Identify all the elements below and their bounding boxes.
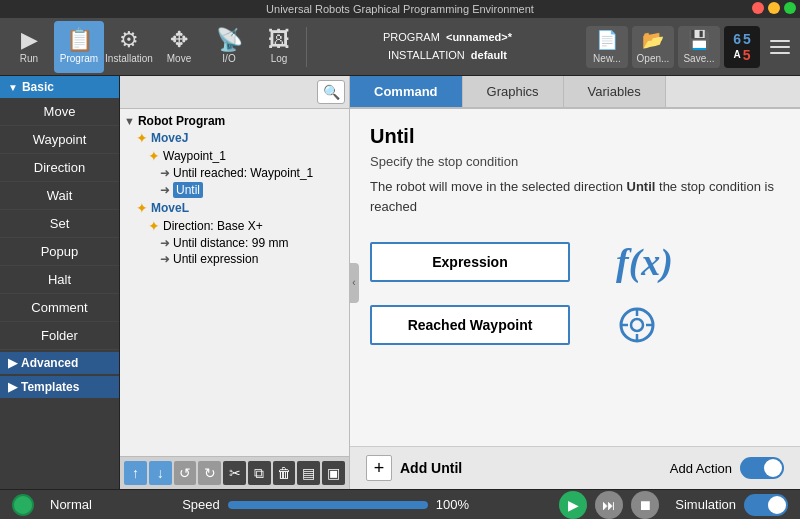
move-label: Move xyxy=(167,53,191,64)
tree-undo-button[interactable]: ↺ xyxy=(174,461,197,485)
move-icon: ✥ xyxy=(170,29,188,51)
tree-redo-button[interactable]: ↻ xyxy=(198,461,221,485)
speed-bar[interactable] xyxy=(228,501,428,509)
sidebar-basic-header[interactable]: ▼ Basic xyxy=(0,76,119,98)
toolbar-installation[interactable]: ⚙ Installation xyxy=(104,21,154,73)
program-info: PROGRAM <unnamed>* INSTALLATION default xyxy=(309,29,586,64)
window-controls[interactable] xyxy=(752,2,796,14)
sidebar-item-waypoint[interactable]: Waypoint xyxy=(0,126,119,154)
tree-waypoint[interactable]: ✦ Waypoint_1 xyxy=(124,147,345,165)
window-title: Universal Robots Graphical Programming E… xyxy=(266,3,534,15)
sidebar-item-folder[interactable]: Folder xyxy=(0,322,119,350)
save-button[interactable]: 💾 Save... xyxy=(678,26,720,68)
play-icon: ▶ xyxy=(568,497,579,513)
search-icon: 🔍 xyxy=(323,84,340,100)
tree-until-active[interactable]: ➜ Until xyxy=(124,181,345,199)
playback-controls: ▶ ⏭ ⏹ xyxy=(559,491,659,519)
sidebar-folder-label: Folder xyxy=(41,328,78,343)
open-icon: 📂 xyxy=(642,29,664,51)
toolbar-run[interactable]: ▶ Run xyxy=(4,21,54,73)
open-button[interactable]: 📂 Open... xyxy=(632,26,674,68)
tree-indent-button[interactable]: ▤ xyxy=(297,461,320,485)
basic-arrow-icon: ▼ xyxy=(8,82,18,93)
new-button[interactable]: 📄 New... xyxy=(586,26,628,68)
tree-suppress-button[interactable]: ▣ xyxy=(322,461,345,485)
sidebar-item-halt[interactable]: Halt xyxy=(0,266,119,294)
simulation-toggle[interactable] xyxy=(744,494,788,516)
basic-header-label: Basic xyxy=(22,80,54,94)
program-icon: 📋 xyxy=(66,29,93,51)
tree-until-expr-label: Until expression xyxy=(173,252,258,266)
waypoint-icon: ✦ xyxy=(148,148,160,164)
waypoint-button[interactable]: Reached Waypoint xyxy=(370,305,570,345)
sidebar-item-wait[interactable]: Wait xyxy=(0,182,119,210)
content-footer: + Add Until Add Action xyxy=(350,446,800,489)
tab-command[interactable]: Command xyxy=(350,76,463,107)
movej-icon: ✦ xyxy=(136,130,148,146)
tree-waypoint-label: Waypoint_1 xyxy=(163,149,226,163)
maximize-btn[interactable] xyxy=(784,2,796,14)
toolbar-io[interactable]: 📡 I/O xyxy=(204,21,254,73)
speed-fill xyxy=(228,501,428,509)
new-icon: 📄 xyxy=(596,29,618,51)
tree-movej[interactable]: ✦ MoveJ xyxy=(124,129,345,147)
sidebar-advanced-header[interactable]: ▶ Advanced xyxy=(0,352,119,374)
toolbar-log[interactable]: 🖼 Log xyxy=(254,21,304,73)
speed-label: Speed xyxy=(182,497,220,512)
menu-button[interactable] xyxy=(764,26,796,68)
toolbar-move[interactable]: ✥ Move xyxy=(154,21,204,73)
sidebar-item-set[interactable]: Set xyxy=(0,210,119,238)
step-icon: ⏭ xyxy=(602,497,616,513)
add-action-label: Add Action xyxy=(670,461,732,476)
expression-button[interactable]: Expression xyxy=(370,242,570,282)
tree-down-button[interactable]: ↓ xyxy=(149,461,172,485)
tree-until-reached[interactable]: ➜ Until reached: Waypoint_1 xyxy=(124,165,345,181)
installation-label: Installation xyxy=(105,53,153,64)
tree-root[interactable]: ▼ Robot Program xyxy=(124,113,345,129)
movel-icon: ✦ xyxy=(136,200,148,216)
search-button[interactable]: 🔍 xyxy=(317,80,345,104)
tab-variables[interactable]: Variables xyxy=(564,76,666,107)
tab-command-label: Command xyxy=(374,84,438,99)
tree-up-button[interactable]: ↑ xyxy=(124,461,147,485)
gear-target-icon xyxy=(616,304,658,346)
until-active-arrow-icon: ➜ xyxy=(160,183,170,197)
tree-cut-button[interactable]: ✂ xyxy=(223,461,246,485)
add-action-toggle[interactable] xyxy=(740,457,784,479)
sidebar-templates-header[interactable]: ▶ Templates xyxy=(0,376,119,398)
tree-direction[interactable]: ✦ Direction: Base X+ xyxy=(124,217,345,235)
counter-top: 6 xyxy=(733,31,741,47)
sidebar-item-comment[interactable]: Comment xyxy=(0,294,119,322)
tree-until-dist[interactable]: ➜ Until distance: 99 mm xyxy=(124,235,345,251)
sidebar-item-direction[interactable]: Direction xyxy=(0,154,119,182)
direction-icon: ✦ xyxy=(148,218,160,234)
fx-icon: f(x) xyxy=(616,240,673,284)
toolbar-program[interactable]: 📋 Program xyxy=(54,21,104,73)
tree-movej-label: MoveJ xyxy=(151,131,188,145)
stop-button[interactable]: ⏹ xyxy=(631,491,659,519)
minimize-btn[interactable] xyxy=(768,2,780,14)
tab-graphics[interactable]: Graphics xyxy=(463,76,564,107)
root-expand-icon: ▼ xyxy=(124,115,135,127)
add-action-area: Add Action xyxy=(670,457,784,479)
tree-until-expr[interactable]: ➜ Until expression xyxy=(124,251,345,267)
play-button[interactable]: ▶ xyxy=(559,491,587,519)
tree-content: ▼ Robot Program ✦ MoveJ ✦ Waypoint_1 ➜ U… xyxy=(120,109,349,456)
advanced-arrow-icon: ▶ xyxy=(8,356,17,370)
add-until-plus-button[interactable]: + xyxy=(366,455,392,481)
content-title: Until xyxy=(370,125,780,148)
installation-icon: ⚙ xyxy=(119,29,139,51)
tree-copy-button[interactable]: ⧉ xyxy=(248,461,271,485)
tree-movel[interactable]: ✦ MoveL xyxy=(124,199,345,217)
step-button[interactable]: ⏭ xyxy=(595,491,623,519)
sidebar-item-move[interactable]: Move xyxy=(0,98,119,126)
io-icon: 📡 xyxy=(216,29,243,51)
main-area: ▼ Basic Move Waypoint Direction Wait Set… xyxy=(0,76,800,489)
content-description: The robot will move in the selected dire… xyxy=(370,177,780,216)
tree-delete-button[interactable]: 🗑 xyxy=(273,461,296,485)
install-meta-value: default xyxy=(471,49,507,61)
program-meta-value: <unnamed>* xyxy=(446,31,512,43)
sidebar-item-popup[interactable]: Popup xyxy=(0,238,119,266)
panel-collapse-button[interactable]: ‹ xyxy=(349,263,359,303)
close-btn[interactable] xyxy=(752,2,764,14)
